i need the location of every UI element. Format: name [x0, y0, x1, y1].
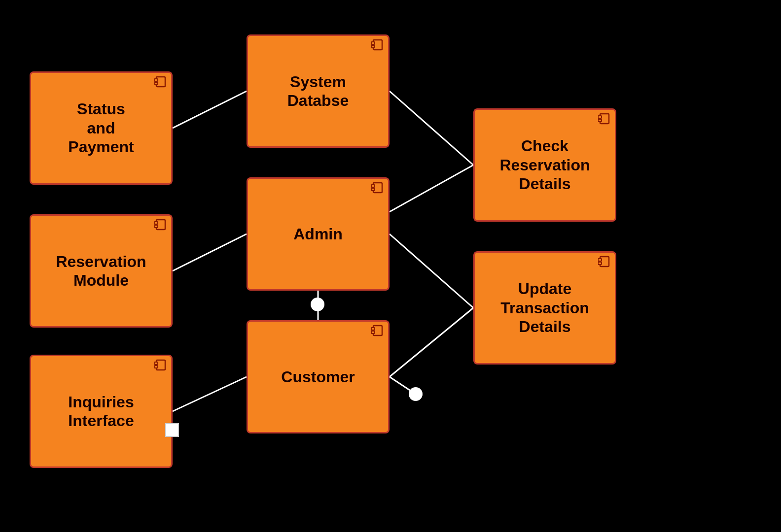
svg-rect-32: [598, 262, 602, 265]
dot-customer: [409, 387, 423, 401]
svg-rect-28: [598, 116, 602, 118]
reservation-module-label: Reservation Module: [49, 247, 153, 295]
component-icon-7: [598, 113, 612, 125]
svg-rect-10: [154, 79, 158, 81]
component-icon-6: [371, 325, 385, 336]
component-icon-1: [154, 76, 168, 88]
diagram-container: Status and Payment Reservation Module In…: [0, 0, 781, 532]
customer-box: Customer: [247, 320, 390, 433]
svg-rect-18: [373, 40, 382, 50]
svg-rect-21: [373, 183, 382, 193]
svg-rect-16: [154, 362, 158, 365]
svg-rect-20: [371, 45, 375, 48]
customer-label: Customer: [274, 363, 361, 391]
svg-rect-13: [154, 222, 158, 224]
status-payment-label: Status and Payment: [61, 95, 141, 161]
svg-rect-11: [154, 82, 158, 85]
svg-line-5: [390, 91, 473, 165]
component-icon-2: [154, 219, 168, 231]
svg-line-7: [390, 234, 473, 308]
svg-rect-17: [154, 366, 158, 368]
inquiries-interface-box: Inquiries Interface: [30, 355, 173, 468]
status-payment-box: Status and Payment: [30, 71, 173, 185]
system-database-box: System Databse: [247, 34, 390, 148]
update-transaction-label: Update Transaction Details: [494, 274, 596, 341]
check-reservation-box: Check Reservation Details: [473, 108, 616, 222]
svg-rect-19: [371, 42, 375, 44]
svg-rect-29: [598, 119, 602, 122]
svg-rect-24: [373, 326, 382, 335]
component-icon-3: [154, 359, 168, 371]
admin-box: Admin: [247, 177, 390, 291]
svg-rect-27: [600, 114, 609, 124]
svg-rect-25: [371, 328, 375, 330]
svg-rect-14: [154, 225, 158, 228]
svg-rect-12: [156, 220, 165, 230]
admin-label: Admin: [286, 220, 350, 248]
system-database-label: System Databse: [281, 67, 356, 115]
svg-line-6: [390, 165, 473, 212]
svg-rect-31: [598, 259, 602, 261]
update-transaction-box: Update Transaction Details: [473, 251, 616, 365]
svg-rect-23: [371, 188, 375, 191]
svg-line-0: [173, 91, 247, 128]
component-icon-4: [371, 39, 385, 51]
reservation-module-box: Reservation Module: [30, 214, 173, 328]
svg-line-2: [173, 377, 247, 411]
check-reservation-label: Check Reservation Details: [493, 132, 597, 198]
svg-line-1: [173, 234, 247, 271]
interface-square: [165, 423, 179, 437]
dot-admin: [311, 298, 324, 311]
component-icon-8: [598, 256, 612, 267]
svg-rect-22: [371, 185, 375, 187]
svg-line-8: [390, 308, 473, 377]
component-icon-5: [371, 182, 385, 194]
svg-rect-26: [371, 331, 375, 333]
svg-rect-30: [600, 257, 609, 266]
svg-rect-15: [156, 360, 165, 370]
svg-rect-9: [156, 77, 165, 87]
inquiries-interface-label: Inquiries Interface: [61, 388, 141, 435]
